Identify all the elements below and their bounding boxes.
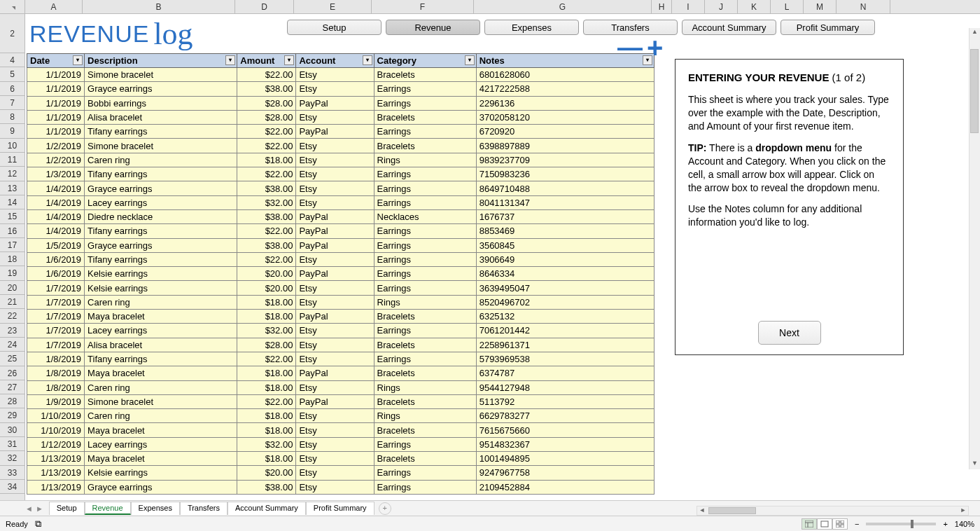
row-header-6[interactable]: 6 [0,82,24,96]
filter-date-icon[interactable]: ▾ [73,55,83,65]
cell-category[interactable]: Earrings [374,480,476,494]
cell-desc[interactable]: Alisa bracelet [85,338,237,352]
row-header-8[interactable]: 8 [0,110,24,124]
cell-account[interactable]: Etsy [296,437,374,451]
select-all-corner[interactable] [0,0,25,13]
cell-category[interactable]: Bracelets [374,423,476,437]
cell-account[interactable]: Etsy [296,324,374,338]
cell-desc[interactable]: Diedre necklace [85,209,237,223]
cell-account[interactable]: Etsy [296,409,374,423]
cell-category[interactable]: Rings [374,153,476,167]
cell-category[interactable]: Earrings [374,252,476,266]
cell-amount[interactable]: $18.00 [237,452,296,466]
cell-date[interactable]: 1/13/2019 [27,452,85,466]
cell-amount[interactable]: $38.00 [237,480,296,494]
cell-date[interactable]: 1/12/2019 [27,437,85,451]
cell-category[interactable]: Bracelets [374,452,476,466]
row-header-33[interactable]: 33 [0,466,24,480]
table-row[interactable]: 1/5/2019Grayce earrings$38.00PayPalEarri… [27,238,654,252]
row-header-13[interactable]: 13 [0,181,24,195]
row-header-23[interactable]: 23 [0,324,24,338]
row-header-17[interactable]: 17 [0,238,24,252]
cell-category[interactable]: Earrings [374,224,476,238]
cell-notes[interactable]: 3906649 [476,252,654,266]
row-header-20[interactable]: 20 [0,281,24,295]
cell-date[interactable]: 1/13/2019 [27,466,85,480]
cell-notes[interactable]: 1676737 [476,209,654,223]
table-row[interactable]: 1/1/2019Tifany earrings$22.00PayPalEarri… [27,125,654,139]
cell-notes[interactable]: 7061201442 [476,324,654,338]
cell-desc[interactable]: Maya bracelet [85,310,237,324]
cell-account[interactable]: PayPal [296,310,374,324]
cell-notes[interactable]: 6374787 [476,366,654,380]
cell-desc[interactable]: Grayce earrings [85,82,237,96]
col-header-I[interactable]: I [672,0,705,13]
cell-category[interactable]: Earrings [374,82,476,96]
hscroll-right-arrow[interactable]: ► [958,506,968,515]
row-header-26[interactable]: 26 [0,366,24,380]
cell-account[interactable]: Etsy [296,252,374,266]
cell-account[interactable]: Etsy [296,82,374,96]
cell-date[interactable]: 1/8/2019 [27,366,85,380]
cell-category[interactable]: Earrings [374,324,476,338]
col-header-K[interactable]: K [738,0,771,13]
cell-account[interactable]: PayPal [296,96,374,110]
cell-desc[interactable]: Caren ring [85,295,237,309]
cell-category[interactable]: Rings [374,380,476,394]
cell-account[interactable]: Etsy [296,110,374,124]
table-row[interactable]: 1/1/2019Grayce earrings$38.00EtsyEarring… [27,82,654,96]
add-sheet-button[interactable]: + [379,502,391,515]
row-header-31[interactable]: 31 [0,437,24,451]
cell-category[interactable]: Bracelets [374,366,476,380]
cell-account[interactable]: PayPal [296,394,374,408]
cell-category[interactable]: Bracelets [374,394,476,408]
zoom-in-button[interactable]: + [943,520,947,528]
header-category[interactable]: Category▾ [374,54,476,68]
table-row[interactable]: 1/12/2019Lacey earrings$32.00EtsyEarring… [27,437,654,451]
cell-account[interactable]: Etsy [296,167,374,181]
nav-expenses[interactable]: Expenses [484,20,579,35]
sheet-tab-setup[interactable]: Setup [49,502,85,515]
filter-notes-icon[interactable]: ▾ [643,55,652,65]
cell-date[interactable]: 1/4/2019 [27,195,85,209]
cell-notes[interactable]: 5113792 [476,394,654,408]
cell-amount[interactable]: $22.00 [237,139,296,153]
cell-notes[interactable]: 3702058120 [476,110,654,124]
row-header-2[interactable]: 2 [0,14,24,53]
row-header-9[interactable]: 9 [0,124,24,138]
hscroll-thumb[interactable] [708,507,756,514]
table-row[interactable]: 1/3/2019Tifany earrings$22.00EtsyEarring… [27,167,654,181]
cell-account[interactable]: Etsy [296,153,374,167]
row-header-34[interactable]: 34 [0,480,24,494]
cell-account[interactable]: Etsy [296,480,374,494]
table-row[interactable]: 1/6/2019Kelsie earrings$20.00PayPalEarri… [27,267,654,281]
cell-notes[interactable]: 6325132 [476,310,654,324]
cell-amount[interactable]: $22.00 [237,167,296,181]
cell-category[interactable]: Bracelets [374,338,476,352]
cell-notes[interactable]: 6398897889 [476,139,654,153]
row-header-22[interactable]: 22 [0,309,24,323]
cell-amount[interactable]: $22.00 [237,352,296,366]
view-page-layout-button[interactable] [817,518,832,530]
cell-notes[interactable]: 3560845 [476,238,654,252]
cell-amount[interactable]: $32.00 [237,195,296,209]
cell-account[interactable]: Etsy [296,452,374,466]
sheet-tab-profit-summary[interactable]: Profit Summary [306,502,374,515]
cell-desc[interactable]: Maya bracelet [85,423,237,437]
table-row[interactable]: 1/8/2019Maya bracelet$18.00PayPalBracele… [27,366,654,380]
cell-desc[interactable]: Tifany earrings [85,224,237,238]
header-account[interactable]: Account▾ [296,54,374,68]
table-row[interactable]: 1/4/2019Grayce earrings$38.00EtsyEarring… [27,181,654,195]
cell-notes[interactable]: 4217222588 [476,82,654,96]
cell-date[interactable]: 1/1/2019 [27,96,85,110]
cell-account[interactable]: PayPal [296,125,374,139]
scroll-up-arrow[interactable]: ▲ [969,28,980,38]
table-row[interactable]: 1/7/2019Maya bracelet$18.00PayPalBracele… [27,310,654,324]
sheet-tab-expenses[interactable]: Expenses [131,502,180,515]
cell-notes[interactable]: 9247967758 [476,466,654,480]
cell-notes[interactable]: 2109452884 [476,480,654,494]
zoom-slider[interactable] [866,523,936,525]
cell-account[interactable]: Etsy [296,338,374,352]
cell-date[interactable]: 1/4/2019 [27,224,85,238]
row-header-27[interactable]: 27 [0,380,24,394]
